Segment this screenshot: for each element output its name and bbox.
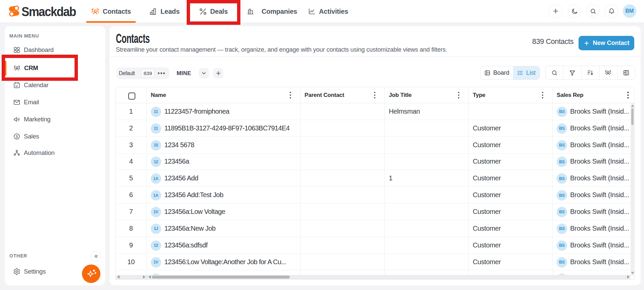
- svg-text:12: 12: [15, 85, 18, 87]
- svg-text:$: $: [16, 134, 18, 138]
